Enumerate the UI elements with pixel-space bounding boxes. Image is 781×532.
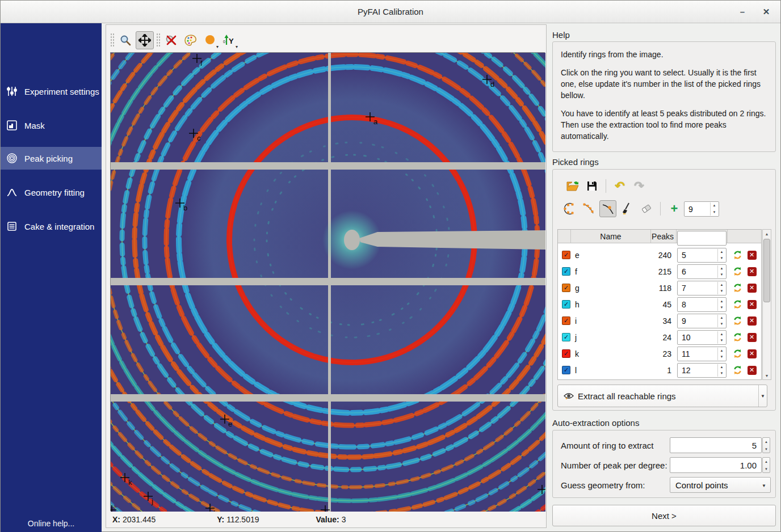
extract-dropdown-arrow[interactable]: ▼ [758, 385, 767, 407]
table-row[interactable]: ✓ h 45 8 ▲▼ [558, 296, 761, 313]
spin-arrows[interactable]: ▲▼ [717, 315, 725, 327]
table-row[interactable]: ✓ e 240 5 ▲▼ [558, 247, 761, 263]
close-button[interactable]: ✕ [758, 5, 775, 19]
sidebar-item-cake-integration[interactable]: Cake & integration [1, 215, 102, 238]
ring-visibility-checkbox[interactable]: ✓ [562, 300, 570, 309]
ring-number-spinbox[interactable]: 8 ▲▼ [677, 297, 727, 312]
spin-arrows[interactable]: ▲▼ [717, 331, 725, 344]
y-axis-tool-button[interactable]: Y 0 ▾ [220, 31, 238, 49]
scroll-up-arrow[interactable]: ▲ [763, 230, 771, 238]
ring-visibility-checkbox[interactable]: ✓ [562, 366, 570, 374]
extract-rings-button[interactable]: Extract all reachable rings ▼ [557, 385, 767, 407]
ring-arc-icon [562, 202, 576, 216]
add-ring-button[interactable]: + [666, 200, 683, 217]
separator [606, 179, 606, 193]
ring-name: k [571, 349, 651, 358]
sidebar-item-geometry-fitting[interactable]: Geometry fitting [1, 181, 102, 204]
ring-visibility-checkbox[interactable]: ✓ [562, 284, 570, 292]
toolbar-grip[interactable] [110, 33, 114, 48]
delete-ring-button[interactable]: ✕ [748, 316, 757, 326]
refresh-ring-button[interactable] [733, 250, 742, 260]
scroll-down-arrow[interactable]: ▼ [763, 371, 771, 379]
brush-tool[interactable] [619, 200, 636, 217]
spin-arrows[interactable]: ▲▼ [717, 249, 725, 261]
load-rings-button[interactable] [564, 178, 581, 195]
spin-arrows[interactable]: ▲▼ [717, 348, 725, 360]
colormap-tool-button[interactable] [182, 31, 200, 49]
combo-arrow-icon: ▼ [762, 483, 766, 488]
spin-arrows[interactable]: ▲▼ [717, 298, 725, 311]
sidebar-item-experiment-settings[interactable]: Experiment settings [1, 80, 102, 103]
svg-text:k: k [128, 478, 132, 487]
toolbar-grip[interactable] [156, 33, 160, 48]
table-row[interactable]: ✓ k 23 11 ▲▼ [558, 345, 761, 362]
spin-arrows[interactable]: ▲▼ [710, 202, 718, 216]
spin-arrows[interactable]: ▲▼ [717, 282, 725, 294]
ring-visibility-checkbox[interactable]: ✓ [562, 316, 570, 325]
online-help-link[interactable]: Online help... [1, 519, 102, 528]
plus-icon: + [671, 201, 678, 216]
refresh-ring-button[interactable] [733, 283, 742, 293]
ring-visibility-checkbox[interactable]: ✓ [562, 267, 570, 276]
table-row[interactable]: ✓ j 24 10 ▲▼ [558, 329, 761, 345]
unzoom-tool-button[interactable] [162, 31, 180, 49]
zoom-tool-button[interactable] [116, 31, 135, 49]
table-row[interactable]: ✓ i 34 9 ▲▼ [558, 313, 761, 329]
save-rings-button[interactable] [583, 178, 601, 195]
refresh-ring-button[interactable] [733, 332, 742, 342]
peak-per-degree-field[interactable]: 1.00 [670, 457, 762, 473]
refresh-ring-button[interactable] [733, 316, 742, 326]
guess-geometry-combobox[interactable]: Control points ▼ [670, 477, 771, 493]
pick-single-peak-tool[interactable] [599, 200, 616, 217]
pick-full-ring-tool[interactable] [561, 200, 578, 217]
refresh-ring-button[interactable] [733, 267, 742, 276]
ring-number-spinbox[interactable]: 10 ▲▼ [677, 330, 727, 345]
new-ring-number-spinbox[interactable]: 9 ▲▼ [684, 201, 719, 217]
scrollbar-thumb[interactable] [763, 239, 770, 302]
right-panel: Help Identify rings from the image. Clic… [547, 24, 781, 532]
refresh-ring-button[interactable] [733, 349, 742, 358]
next-button[interactable]: Next > [552, 505, 776, 526]
table-row[interactable]: ✓ f 215 6 ▲▼ [558, 263, 761, 280]
sidebar-item-peak-picking[interactable]: Peak picking [1, 147, 102, 170]
table-row[interactable]: ✓ l 1 12 ▲▼ [558, 362, 761, 378]
spin-arrows[interactable]: ▲▼ [717, 265, 725, 278]
ring-number-spinbox[interactable]: 11 ▲▼ [677, 347, 727, 361]
ring-peak-count: 45 [651, 300, 677, 309]
ring-visibility-checkbox[interactable]: ✓ [562, 333, 570, 341]
delete-ring-button[interactable]: ✕ [748, 366, 757, 375]
undo-button[interactable]: ↶ [611, 178, 628, 195]
delete-ring-button[interactable]: ✕ [748, 251, 757, 260]
ring-number-spinbox[interactable]: 7 ▲▼ [677, 281, 727, 295]
redo-button[interactable]: ↷ [631, 178, 648, 195]
minimize-button[interactable]: – [734, 5, 751, 19]
ring-visibility-checkbox[interactable]: ✓ [562, 251, 570, 259]
table-scrollbar[interactable]: ▲ ▼ [762, 229, 771, 380]
ring-number-spinbox[interactable]: 5 ▲▼ [677, 248, 727, 263]
diffraction-plot[interactable]: abcdefhjk [110, 52, 545, 511]
delete-ring-button[interactable]: ✕ [748, 300, 757, 309]
amount-field[interactable]: 5 [670, 437, 762, 453]
delete-ring-button[interactable]: ✕ [748, 267, 757, 276]
pan-tool-button[interactable] [136, 31, 154, 49]
spin-arrows[interactable]: ▲▼ [717, 364, 725, 377]
refresh-ring-button[interactable] [733, 365, 742, 375]
delete-ring-button[interactable]: ✕ [748, 349, 757, 358]
pick-arc-tool[interactable] [580, 200, 597, 217]
ring-number-spinbox[interactable]: 6 ▲▼ [677, 264, 727, 279]
ring-number-spinbox[interactable]: 9 ▲▼ [677, 314, 727, 328]
sidebar-item-mask[interactable]: Mask [1, 114, 102, 137]
rings-icon [6, 153, 18, 164]
amount-spin-arrows[interactable]: ▲▼ [762, 437, 770, 453]
delete-ring-button[interactable]: ✕ [748, 333, 757, 342]
dropdown-arrow-icon: ▾ [216, 44, 219, 49]
ring-visibility-checkbox[interactable]: ✓ [562, 349, 570, 358]
peak-spin-arrows[interactable]: ▲▼ [762, 457, 770, 473]
mask-marker-tool-button[interactable]: ▾ [201, 31, 219, 49]
delete-ring-button[interactable]: ✕ [748, 284, 757, 293]
table-row[interactable]: ✓ g 118 7 ▲▼ [558, 280, 761, 296]
ring-number-spinbox[interactable]: 12 ▲▼ [677, 363, 727, 378]
refresh-ring-button[interactable] [733, 299, 742, 309]
eraser-tool[interactable] [638, 200, 655, 217]
svg-text:d: d [490, 80, 494, 88]
